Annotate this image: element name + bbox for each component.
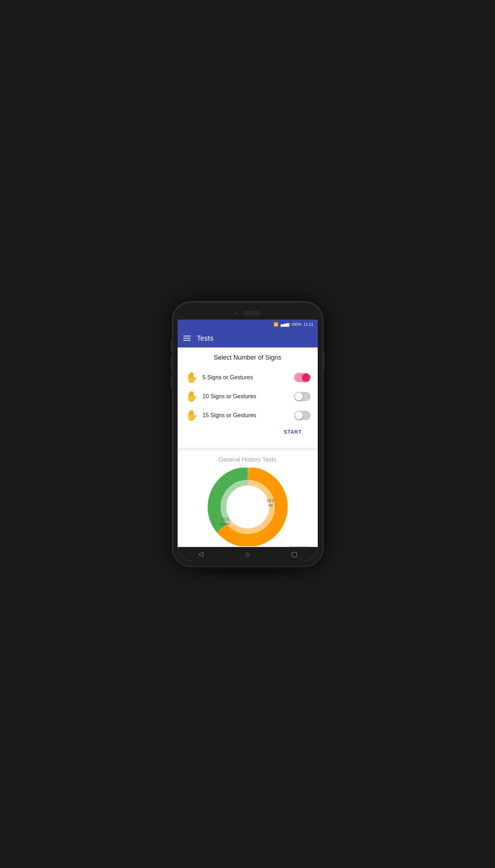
sign-label-5: 5 Signs or Gestures (203, 374, 294, 381)
home-button[interactable]: ⌂ (240, 549, 254, 559)
toggle-thumb-15signs (295, 411, 303, 419)
front-camera (234, 312, 237, 315)
menu-button[interactable] (183, 336, 190, 341)
app-bar-title: Tests (197, 334, 214, 342)
toggle-10signs[interactable] (294, 392, 311, 401)
section-divider (178, 448, 318, 450)
hand-icon-orange: ✋ (185, 409, 199, 421)
donut-center (230, 489, 266, 525)
toggle-5signs[interactable] (294, 373, 311, 382)
toggle-thumb-5signs (302, 374, 310, 381)
hand-icon-green: ✋ (185, 390, 199, 402)
status-bar: 📶 ▄▅▆ 100% 11:11 (178, 320, 318, 329)
phone-device: 📶 ▄▅▆ 100% 11:11 Tests (173, 302, 323, 566)
recents-button[interactable]: ▢ (287, 549, 301, 559)
main-content: Select Number of Signs ✋ 5 Signs or Gest… (178, 347, 318, 547)
chart-hit-value: 18.0 (267, 498, 274, 503)
sign-option-10: ✋ 10 Signs or Gestures (185, 387, 311, 406)
earpiece-speaker (243, 311, 261, 315)
app-bar: Tests (178, 329, 318, 347)
back-button[interactable]: ◁ (194, 549, 208, 559)
bottom-navigation: ◁ ⌂ ▢ (178, 547, 318, 561)
phone-screen: 📶 ▄▅▆ 100% 11:11 Tests (178, 307, 318, 561)
wifi-icon: 📶 (273, 322, 278, 327)
donut-chart-svg: 18.0 hit 32.0 errors (201, 468, 294, 546)
donut-chart-container: 18.0 hit 32.0 errors (201, 468, 294, 546)
battery-level: 100 (291, 322, 298, 326)
sign-label-15: 15 Signs or Gestures (203, 412, 294, 419)
power-button[interactable] (323, 352, 325, 370)
start-row: START (185, 425, 311, 443)
hamburger-line-3 (183, 340, 190, 341)
silent-button[interactable] (171, 375, 173, 389)
toggle-15signs[interactable] (294, 411, 311, 420)
sign-label-10: 10 Signs or Gestures (203, 393, 294, 400)
phone-shadow (188, 566, 308, 577)
chart-hit-label: hit (268, 503, 273, 507)
hamburger-line-2 (183, 338, 190, 339)
sign-option-15: ✋ 15 Signs or Gestures (185, 406, 311, 425)
battery-icon: 100% (291, 322, 301, 326)
start-button[interactable]: START (282, 426, 303, 438)
status-time: 11:11 (303, 322, 313, 326)
screen-content: 📶 ▄▅▆ 100% 11:11 Tests (178, 320, 318, 561)
hamburger-line-1 (183, 336, 190, 336)
sign-option-5: ✋ 5 Signs or Gestures (185, 368, 311, 387)
hand-icon-pink: ✋ (185, 371, 199, 383)
toggle-thumb-10signs (295, 393, 303, 400)
chart-errors-value: 32.0 (221, 517, 228, 521)
select-signs-heading: Select Number of Signs (185, 354, 311, 361)
history-heading: General History Tests (183, 456, 312, 463)
volume-down-button[interactable] (171, 357, 173, 371)
chart-errors-label: errors (219, 522, 230, 526)
select-signs-section: Select Number of Signs ✋ 5 Signs or Gest… (178, 347, 318, 448)
signal-icon: ▄▅▆ (281, 322, 289, 327)
volume-up-button[interactable] (171, 341, 173, 352)
history-section: General History Tests (178, 450, 318, 547)
phone-hardware-top (178, 307, 318, 320)
